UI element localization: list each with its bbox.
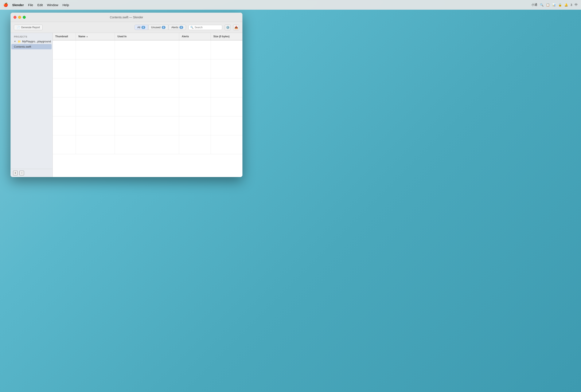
sidebar: PROJECTS ▼ 📁 MyPlaygro...playground Cont… xyxy=(10,33,53,177)
cell-size xyxy=(211,40,242,59)
cell-alerts xyxy=(179,97,211,116)
col-header-size[interactable]: Size (0 bytes) xyxy=(211,33,242,40)
col-alerts-label: Alerts xyxy=(182,35,189,38)
cell-name xyxy=(76,97,115,116)
remove-item-button[interactable]: − xyxy=(20,171,24,175)
col-header-thumbnail[interactable]: Thumbnail xyxy=(53,33,76,40)
filter-unused-badge: 0 xyxy=(162,26,166,29)
titlebar: Contents.swift — Slender xyxy=(10,13,242,22)
cell-used-in xyxy=(115,40,179,59)
generate-report-button[interactable]: 📄 Generate Report xyxy=(14,25,42,30)
col-header-alerts[interactable]: Alerts xyxy=(179,33,211,40)
menu-slender[interactable]: Slender xyxy=(12,3,24,7)
search-box[interactable]: 🔍 xyxy=(188,25,222,30)
cell-alerts xyxy=(179,135,211,154)
sidebar-item-contents[interactable]: Contents.swift xyxy=(12,44,52,49)
menubar-icon-4: 🔒 xyxy=(558,3,562,6)
main-window: Contents.swift — Slender 📄 Generate Repo… xyxy=(10,13,242,177)
menubar-status-1: 小通 xyxy=(532,3,537,7)
menu-help[interactable]: Help xyxy=(62,3,69,7)
cell-name xyxy=(76,40,115,59)
toolbar: 📄 Generate Report All 0 Unused 0 Alerts … xyxy=(10,22,242,33)
cell-alerts xyxy=(179,60,211,78)
cell-size xyxy=(211,97,242,116)
export-icon: 📤 xyxy=(234,26,238,29)
col-thumbnail-label: Thumbnail xyxy=(55,35,68,38)
table-row xyxy=(53,78,242,97)
content-area: PROJECTS ▼ 📁 MyPlaygro...playground Cont… xyxy=(10,33,242,177)
cell-name xyxy=(76,78,115,97)
menu-file[interactable]: File xyxy=(28,3,33,7)
cell-thumbnail xyxy=(53,40,76,59)
menubar-lang: 中 xyxy=(575,3,578,7)
disclosure-icon: ▼ xyxy=(14,40,16,42)
filter-alerts-badge: 0 xyxy=(180,26,183,29)
sidebar-item-playground[interactable]: ▼ 📁 MyPlaygro...playground xyxy=(10,39,52,44)
cell-used-in xyxy=(115,97,179,116)
apple-menu-icon[interactable]: 🍎 xyxy=(3,2,8,7)
cell-thumbnail xyxy=(53,135,76,154)
cell-thumbnail xyxy=(53,116,76,135)
generate-report-label: Generate Report xyxy=(21,26,40,29)
sidebar-item-playground-label: MyPlaygro...playground xyxy=(22,40,51,43)
search-icon: 🔍 xyxy=(190,26,194,29)
minimize-button[interactable] xyxy=(18,16,21,19)
cell-name xyxy=(76,135,115,154)
filter-all-button[interactable]: All 0 xyxy=(134,25,148,30)
cell-thumbnail xyxy=(53,78,76,97)
table-header: Thumbnail Name ▲ Used In Alerts Size (0 … xyxy=(53,33,242,40)
settings-icon: ⚙️ xyxy=(226,26,230,29)
cell-size xyxy=(211,60,242,78)
menu-edit[interactable]: Edit xyxy=(37,3,43,7)
report-icon: 📄 xyxy=(17,26,20,29)
export-button[interactable]: 📤 xyxy=(233,24,239,30)
col-name-label: Name xyxy=(78,35,86,38)
col-header-name[interactable]: Name ▲ xyxy=(76,33,115,40)
add-item-button[interactable]: + xyxy=(13,171,18,175)
col-header-used-in[interactable]: Used In xyxy=(115,33,179,40)
window-controls xyxy=(14,16,26,19)
cell-name xyxy=(76,60,115,78)
table-row xyxy=(53,97,242,116)
cell-alerts xyxy=(179,40,211,59)
col-size-label: Size (0 bytes) xyxy=(213,35,230,38)
cell-thumbnail xyxy=(53,97,76,116)
col-used-in-label: Used In xyxy=(118,35,126,38)
menubar-right: 小通 🔍 📋 📊 🔒 🔔 3 中 xyxy=(532,3,578,7)
table-row xyxy=(53,60,242,78)
cell-size xyxy=(211,135,242,154)
cell-used-in xyxy=(115,135,179,154)
search-input[interactable] xyxy=(194,26,218,29)
menubar-icon-3: 📊 xyxy=(552,3,556,6)
sidebar-item-contents-label: Contents.swift xyxy=(14,45,31,48)
cell-alerts xyxy=(179,116,211,135)
menubar-icon-1: 🔍 xyxy=(540,3,544,6)
menubar-icon-5: 🔔 xyxy=(564,3,568,6)
cell-used-in xyxy=(115,78,179,97)
cell-name xyxy=(76,116,115,135)
filter-all-label: All xyxy=(137,26,140,29)
sidebar-bottom-controls: + − xyxy=(10,169,52,177)
table-row xyxy=(53,135,242,154)
sidebar-section-label: PROJECTS xyxy=(10,33,52,39)
folder-icon: 📁 xyxy=(18,40,21,43)
filter-unused-button[interactable]: Unused 0 xyxy=(148,25,168,30)
cell-alerts xyxy=(179,78,211,97)
menubar-icon-2: 📋 xyxy=(546,3,550,6)
menu-window[interactable]: Window xyxy=(47,3,58,7)
filter-alerts-label: Alerts xyxy=(172,26,178,29)
filter-alerts-button[interactable]: Alerts 0 xyxy=(169,25,186,30)
cell-thumbnail xyxy=(53,60,76,78)
filter-group: All 0 Unused 0 Alerts 0 xyxy=(134,25,186,30)
filter-all-badge: 0 xyxy=(142,26,145,29)
settings-button[interactable]: ⚙️ xyxy=(225,24,231,30)
table-row xyxy=(53,116,242,135)
filter-unused-label: Unused xyxy=(151,26,161,29)
cell-used-in xyxy=(115,116,179,135)
close-button[interactable] xyxy=(14,16,16,19)
cell-used-in xyxy=(115,60,179,78)
maximize-button[interactable] xyxy=(23,16,26,19)
menubar: 🍎 Slender File Edit Window Help 小通 🔍 📋 📊… xyxy=(0,0,581,10)
sort-asc-icon: ▲ xyxy=(86,36,88,38)
table-row xyxy=(53,40,242,60)
